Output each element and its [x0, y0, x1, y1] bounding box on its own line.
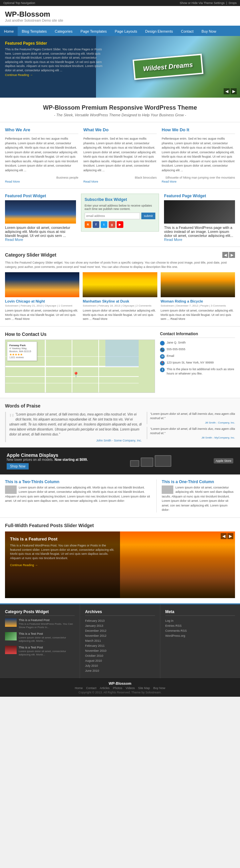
- archive-link-6[interactable]: November 2010: [85, 649, 106, 652]
- col1-person: Business people: [56, 176, 78, 179]
- post-card-1: Manhattan Skyline at Dusk Solostream | F…: [83, 272, 157, 321]
- one-third-title: This is a One-Third Column: [162, 479, 235, 484]
- nav-buy-now[interactable]: Buy Now: [198, 27, 220, 36]
- topbar-settings-link[interactable]: Show or Hide Via Theme Settings: [180, 1, 225, 5]
- featured-page-title: Featured Page Widget: [164, 194, 235, 198]
- contact-person-icon: 👤: [160, 341, 165, 345]
- slider-prev[interactable]: ◀: [224, 88, 230, 94]
- nav-home[interactable]: Home: [0, 27, 18, 36]
- post-0-excerpt: Lorem ipsum dolor sit amet, consectetur …: [5, 309, 79, 321]
- featured-read-more[interactable]: Continue Reading →: [10, 563, 38, 567]
- topbar-left: Optional Top Navigation: [3, 1, 35, 5]
- footer-link-articles[interactable]: Articles: [100, 686, 110, 690]
- footer-brand: WP-Blossom: [3, 681, 237, 685]
- category-slider-section: Category Slider Widget ◀ ▶ This is the F…: [0, 247, 240, 327]
- archive-link-8[interactable]: August 2010: [85, 659, 102, 662]
- cat-slider-next[interactable]: ▶: [229, 252, 235, 258]
- subscribe-widget: Subscribe Box Widget Enter your email ad…: [81, 194, 159, 231]
- archive-link-0[interactable]: February 2013: [85, 619, 105, 622]
- footer-links: Home Contact Articles Photos Videos Site…: [3, 686, 237, 690]
- two-thirds-content: Lorem ipsum dolor sit amet, consectetur …: [5, 486, 151, 503]
- hero-sign: Wildest Dreams: [133, 54, 203, 80]
- featured-post-title: Featured Post Widget: [5, 194, 76, 198]
- rss-icon[interactable]: R: [85, 221, 91, 228]
- map-placeholder: Fenway Park 4 Yawkey Way, Boston, MA 022…: [5, 340, 155, 393]
- fp0-text: This is a Featured WordPress Posts. You …: [19, 622, 75, 629]
- post-1-meta: Solostream | February 18, 2013 | Citysca…: [83, 304, 157, 307]
- col2-title: What We Do: [83, 127, 157, 134]
- subscribe-submit-btn[interactable]: submit: [141, 213, 156, 219]
- footer-link-photos[interactable]: Photos: [113, 686, 122, 690]
- featured-slider-next[interactable]: ▶: [227, 533, 233, 539]
- post-2-title[interactable]: Woman Riding a Bicycle: [161, 299, 235, 303]
- meta-link-0[interactable]: Log in: [165, 619, 174, 622]
- footer-link-buy[interactable]: Buy Now: [153, 686, 165, 690]
- contact-email[interactable]: Email: [167, 354, 174, 358]
- fp0-title[interactable]: This is a Featured Post: [19, 618, 75, 622]
- col1-read-more[interactable]: Read More: [5, 180, 20, 183]
- nav-blog-templates[interactable]: Blog Templates: [18, 27, 51, 36]
- post-0-title[interactable]: Lovin Chicago at Night: [5, 299, 79, 303]
- post-2-meta: Solostream | December 7, 2012 | People |…: [161, 304, 235, 307]
- nav-design-elements[interactable]: Design Elements: [141, 27, 177, 36]
- archive-link-2[interactable]: December 2012: [85, 629, 106, 632]
- col2-read-more[interactable]: Read More: [83, 180, 98, 183]
- meta-link-1[interactable]: Entries RSS: [165, 624, 182, 627]
- meta-link-2[interactable]: Comments RSS: [165, 629, 187, 632]
- archive-item-3: November 2012: [85, 633, 155, 638]
- two-thirds-col: This is a Two-Thirds Column Lorem ipsum …: [5, 479, 157, 513]
- archive-link-3[interactable]: November 2012: [85, 634, 106, 638]
- post-1-image: [83, 272, 157, 297]
- footer-link-home[interactable]: Home: [75, 686, 83, 690]
- archive-link-10[interactable]: June 2010: [85, 669, 99, 673]
- footer-archives: Archives February 2013 January 2013 Dece…: [80, 604, 160, 678]
- featured-page-read-more[interactable]: Read More: [164, 238, 182, 242]
- fp2-title[interactable]: This is a Test Post: [19, 646, 75, 649]
- col3-read-more[interactable]: Read More: [162, 180, 177, 183]
- footer-link-sitemap[interactable]: Site Map: [138, 686, 150, 690]
- archive-link-1[interactable]: January 2013: [85, 624, 103, 627]
- nav-page-layouts[interactable]: Page Layouts: [111, 27, 141, 36]
- footer-link-videos[interactable]: Videos: [126, 686, 135, 690]
- meta-link-3[interactable]: WordPress.org: [165, 634, 185, 638]
- archive-link-5[interactable]: February 2011: [85, 644, 105, 647]
- featured-slider-nav: ◀ ▶: [221, 533, 233, 539]
- main-quote-author: John Smith - Some Company, Inc.: [9, 439, 142, 442]
- footer-post-2: This is a Test Post Lorem ipsum dolor si…: [5, 646, 75, 657]
- slider-next[interactable]: ▶: [231, 88, 237, 94]
- subscribe-form: submit: [85, 213, 156, 219]
- archive-link-7[interactable]: October 2010: [85, 654, 103, 657]
- hero-slider: Featured Pages Slider This is the Featur…: [0, 36, 240, 98]
- archive-item-0: February 2013: [85, 618, 155, 622]
- hero-read-more[interactable]: Continue Reading →: [5, 73, 33, 76]
- theme-tagline: - The Sleek, Versatile WordPress Theme D…: [10, 113, 230, 117]
- subscribe-email-input[interactable]: [85, 213, 140, 219]
- widgets-row: Featured Post Widget Lorem ipsum dolor s…: [0, 189, 240, 247]
- featured-slider-prev[interactable]: ◀: [221, 533, 227, 539]
- footer-post-1: This is a Test Post Lorem ipsum dolor si…: [5, 632, 75, 643]
- fp1-text: Lorem ipsum dolor sit amet, consectetur …: [19, 636, 75, 643]
- footer-link-contact[interactable]: Contact: [86, 686, 96, 690]
- post-1-title[interactable]: Manhattan Skyline at Dusk: [83, 299, 157, 303]
- facebook-icon[interactable]: f: [93, 221, 99, 228]
- googleplus-icon[interactable]: g: [109, 221, 115, 228]
- display-small: [130, 460, 139, 467]
- fp1-title[interactable]: This is a Test Post: [19, 632, 75, 636]
- nav-page-templates[interactable]: Page Templates: [77, 27, 111, 36]
- ad-shop-btn[interactable]: Shop Now: [7, 463, 29, 469]
- featured-post-read-more[interactable]: Read More: [5, 238, 23, 242]
- nav-contact[interactable]: Contact: [177, 27, 198, 36]
- archive-link-9[interactable]: July 2010: [85, 664, 98, 668]
- contact-name: Jane Q. Smith: [167, 341, 186, 345]
- archive-link-4[interactable]: March 2011: [85, 639, 101, 643]
- contact-info-icon: ℹ: [160, 368, 165, 372]
- contact-name-row: 👤 Jane Q. Smith: [160, 341, 235, 345]
- main-wrapper: WP-Blossom Premium Responsive WordPress …: [0, 98, 240, 603]
- nav-categories[interactable]: Categories: [51, 27, 76, 36]
- cat-slider-prev[interactable]: ◀: [222, 252, 228, 258]
- twitter-icon[interactable]: t: [101, 221, 107, 228]
- map-info-box: Fenway Park 4 Yawkey Way, Boston, MA 022…: [7, 342, 37, 361]
- topbar-drops-link[interactable]: Drops: [229, 1, 237, 5]
- youtube-icon[interactable]: ▶: [117, 221, 123, 228]
- footer-post-0-img: [5, 618, 17, 627]
